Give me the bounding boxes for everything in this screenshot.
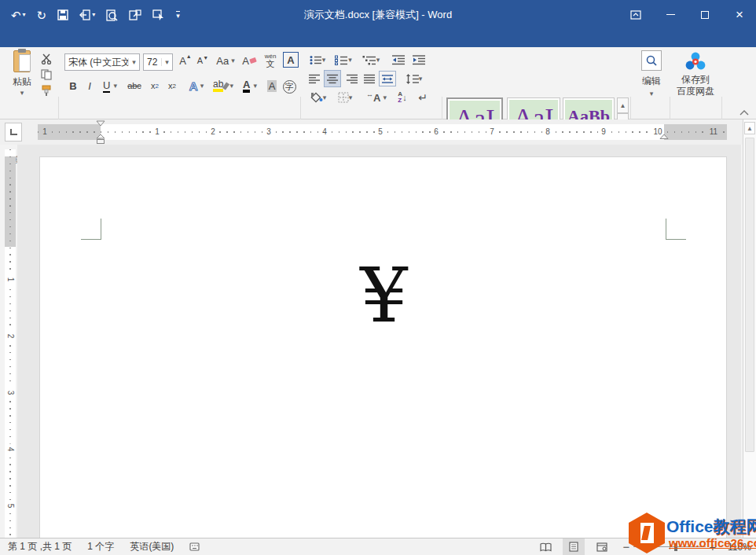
align-left-button[interactable] (306, 71, 322, 86)
send-document-button[interactable] (129, 9, 141, 20)
sort-button[interactable]: A Z ↓ (393, 90, 412, 105)
line-spacing-button[interactable]: ▾ (402, 71, 426, 86)
close-icon: × (736, 7, 743, 23)
undo-button[interactable]: ↶▾ (11, 9, 26, 21)
ribbon-tab-row: 文件 开始 插入 设计 布局 引用 邮件 审阅 视图 开发工具 百度网盘 告诉我… (0, 29, 756, 47)
shading-button[interactable]: ▾ (306, 90, 330, 105)
save-button[interactable] (57, 9, 68, 20)
eraser-icon (249, 57, 257, 64)
decrease-indent-button[interactable] (390, 52, 407, 68)
italic-button[interactable]: I (83, 77, 96, 94)
vertical-scrollbar[interactable]: ▲ (743, 119, 756, 538)
tab-stop-selector[interactable] (5, 123, 22, 142)
show-hide-marks-button[interactable]: ↵ (415, 90, 431, 105)
collapse-ribbon-button[interactable] (736, 107, 753, 118)
scroll-up-button[interactable]: ▲ (744, 122, 755, 134)
read-mode-button[interactable] (534, 538, 556, 555)
phonetic-guide-button[interactable]: wén 文 (261, 50, 280, 71)
bullets-button[interactable]: ▾ (306, 52, 328, 68)
character-shading-button[interactable]: A (264, 77, 280, 94)
office-logo-icon (629, 513, 665, 553)
redo-button[interactable]: ↻ (37, 9, 47, 21)
right-indent-marker[interactable] (659, 134, 669, 140)
select-object-button[interactable] (152, 9, 165, 20)
maximize-button[interactable] (688, 0, 721, 29)
underline-button[interactable]: U▾ (99, 77, 121, 94)
font-size-combo[interactable]: 72▾ (143, 53, 173, 71)
grow-font-button[interactable]: A▲ (178, 52, 193, 69)
shrink-font-button[interactable]: A▼ (195, 52, 211, 69)
cut-button[interactable] (38, 52, 55, 66)
font-name-combo[interactable]: 宋体 (中文正文▾ (64, 53, 140, 71)
baidu-netdisk-icon (684, 50, 707, 72)
decrease-indent-icon (392, 55, 405, 65)
paste-special-button[interactable]: ▾ (79, 9, 95, 20)
copy-button[interactable] (38, 68, 55, 82)
hanging-indent-marker[interactable] (96, 134, 105, 145)
change-case-button[interactable]: Aa▾ (214, 52, 237, 69)
increase-indent-icon (413, 55, 425, 65)
styles-scroll-up-button[interactable]: ▲ (617, 97, 629, 113)
editing-button[interactable]: 编辑 ▾ (635, 50, 668, 102)
print-layout-button[interactable] (563, 538, 585, 555)
document-page[interactable]: ¥ (39, 156, 727, 538)
first-line-indent-marker[interactable] (96, 120, 105, 127)
font-name-dropdown[interactable]: ▾ (128, 58, 139, 66)
proofing-icon (189, 542, 200, 552)
subscript-button[interactable]: x2 (148, 77, 162, 94)
close-button[interactable]: × (723, 0, 756, 29)
align-right-button[interactable] (344, 71, 360, 86)
web-layout-button[interactable] (591, 538, 613, 555)
save-to-baidu-button[interactable]: 保存到 百度网盘 (673, 50, 718, 104)
character-border-button[interactable]: A (283, 52, 299, 68)
word-count[interactable]: 1 个字 (79, 540, 122, 553)
bullets-icon (310, 55, 322, 65)
print-preview-button[interactable] (106, 9, 118, 21)
enclose-characters-button[interactable]: 字 (281, 79, 297, 94)
save-icon (57, 9, 68, 20)
font-color-button[interactable]: A▾ (239, 77, 261, 94)
paint-bucket-icon (310, 92, 323, 103)
line-spacing-icon (406, 74, 419, 84)
scrollbar-thumb[interactable] (745, 138, 754, 452)
font-size-dropdown[interactable]: ▾ (161, 58, 172, 66)
clear-formatting-button[interactable]: A (240, 52, 258, 69)
site-watermark: Office教程网 www.office26.com (625, 513, 756, 555)
format-painter-button[interactable] (38, 83, 55, 97)
document-text[interactable]: ¥ (40, 258, 728, 333)
superscript-button[interactable]: x2 (165, 77, 179, 94)
language-indicator[interactable]: 英语(美国) (122, 540, 182, 553)
borders-icon (338, 92, 349, 103)
vruler-ticks (9, 149, 11, 538)
numbering-button[interactable]: ▾ (332, 52, 355, 68)
customize-qat-button[interactable]: ▾ (176, 11, 180, 20)
document-area[interactable]: ¥ (17, 145, 741, 538)
strikethrough-button[interactable]: abc (124, 77, 145, 94)
justify-button[interactable] (361, 71, 377, 86)
distribute-text-icon (382, 74, 393, 84)
text-effects-button[interactable]: A▾ (185, 77, 207, 94)
minimize-button[interactable] (654, 0, 687, 29)
horizontal-ruler[interactable]: 1 1 2 3 4 5 6 7 8 9 10 11 (38, 124, 727, 140)
asian-layout-button[interactable]: ↔A▾ (363, 90, 390, 105)
search-icon (641, 50, 662, 71)
multilevel-list-button[interactable]: ▾ (358, 52, 384, 68)
ribbon-display-options-button[interactable] (619, 0, 652, 29)
print-preview-icon (106, 9, 118, 21)
bold-button[interactable]: B (66, 77, 80, 94)
borders-button[interactable]: ▾ (333, 90, 357, 105)
proofing-status[interactable] (182, 542, 207, 552)
paste-button[interactable]: 粘贴 ▾ (6, 50, 38, 102)
align-center-icon (327, 74, 338, 84)
align-left-icon (309, 74, 320, 84)
title-bar: 演示文档.docx [兼容模式] - Word ↶▾ ↻ ▾ ▾ (0, 0, 756, 29)
collapse-ribbon-icon (739, 110, 749, 116)
highlight-color-button[interactable]: ab▾ (211, 77, 236, 94)
increase-indent-button[interactable] (410, 52, 428, 68)
align-center-button[interactable] (324, 70, 341, 87)
paste-dropdown[interactable]: ▾ (20, 89, 24, 97)
distribute-text-button[interactable] (379, 71, 396, 86)
paste-special-icon (79, 9, 90, 20)
page-indicator[interactable]: 第 1 页 ,共 1 页 (0, 540, 79, 553)
vertical-ruler[interactable]: 1 2 3 4 5 (5, 149, 16, 538)
